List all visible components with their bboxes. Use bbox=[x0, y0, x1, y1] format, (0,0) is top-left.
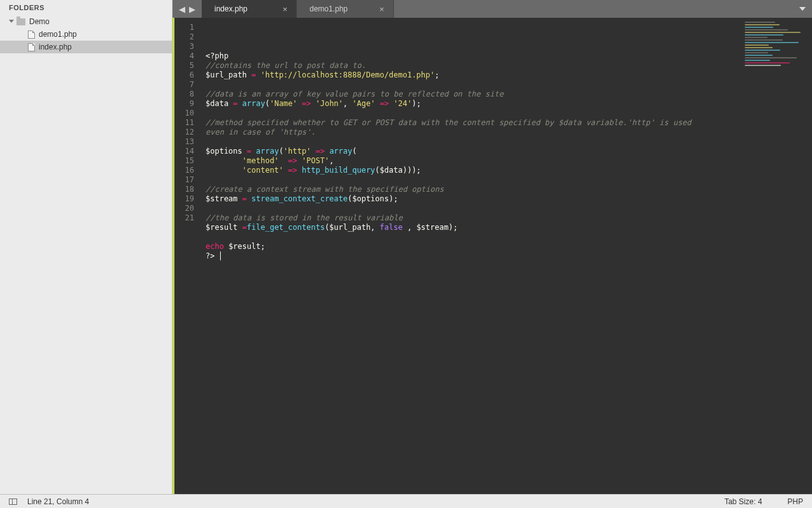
code-line: //create a context stream with the speci… bbox=[206, 185, 812, 194]
nav-forward-button[interactable]: ▶ bbox=[189, 4, 195, 14]
file-icon bbox=[28, 30, 35, 39]
chevron-down-icon bbox=[799, 7, 806, 11]
code-line bbox=[206, 137, 812, 147]
nav-back-button[interactable]: ◀ bbox=[179, 4, 185, 14]
code-line bbox=[206, 204, 812, 213]
code-line: $options = array('http' => array( bbox=[206, 147, 812, 156]
sidebar: FOLDERS Demo demo1.phpindex.php bbox=[0, 0, 173, 494]
code-line: $result =file_get_contents($url_path, fa… bbox=[206, 223, 812, 232]
sidebar-header: FOLDERS bbox=[0, 0, 172, 14]
tab-label: index.php bbox=[214, 4, 247, 13]
folder-icon bbox=[16, 18, 25, 25]
minimap[interactable] bbox=[745, 22, 808, 79]
line-gutter: 123456789101112131415161718192021 bbox=[173, 18, 199, 494]
code-line: $data = array('Name' => 'John', 'Age' =>… bbox=[206, 99, 812, 109]
tab[interactable]: index.php× bbox=[202, 0, 297, 18]
caret bbox=[220, 251, 221, 260]
code-line: 'method' => 'POST', bbox=[206, 156, 812, 166]
code-line: //contains the url to post data to. bbox=[206, 61, 812, 70]
code-line: 'content' => http_build_query($data))); bbox=[206, 166, 812, 175]
status-language[interactable]: PHP bbox=[787, 497, 803, 506]
tab[interactable]: demo1.php× bbox=[297, 0, 394, 18]
code-line: //the data is stored in the result varia… bbox=[206, 213, 812, 223]
code-line bbox=[206, 175, 812, 185]
folder-tree: Demo demo1.phpindex.php bbox=[0, 14, 172, 53]
code-line: ?> bbox=[206, 251, 812, 261]
code-line bbox=[206, 109, 812, 118]
tree-file[interactable]: demo1.php bbox=[0, 28, 172, 41]
code-line: $url_path = 'http://localhost:8888/Demo/… bbox=[206, 70, 812, 80]
tab-label: demo1.php bbox=[310, 4, 348, 13]
code-line: $stream = stream_context_create($options… bbox=[206, 194, 812, 204]
status-bar: Line 21, Column 4 Tab Size: 4 PHP bbox=[0, 494, 812, 508]
code-area[interactable]: <?php//contains the url to post data to.… bbox=[199, 18, 812, 494]
tab-bar: ◀ ▶ index.php×demo1.php× bbox=[173, 0, 812, 18]
folder-label: Demo bbox=[29, 17, 49, 26]
code-line: <?php bbox=[206, 51, 812, 61]
tree-folder-demo[interactable]: Demo bbox=[0, 15, 172, 28]
tab-menu-button[interactable] bbox=[793, 0, 812, 18]
editor-body[interactable]: 123456789101112131415161718192021 <?php/… bbox=[173, 18, 812, 494]
file-label: index.php bbox=[39, 43, 72, 51]
status-position[interactable]: Line 21, Column 4 bbox=[27, 497, 89, 506]
code-line: echo $result; bbox=[206, 242, 812, 251]
chevron-down-icon bbox=[9, 20, 14, 23]
close-icon[interactable]: × bbox=[379, 4, 384, 14]
close-icon[interactable]: × bbox=[282, 4, 287, 14]
panel-icon[interactable] bbox=[9, 498, 17, 505]
editor: ◀ ▶ index.php×demo1.php× 123456789101112… bbox=[173, 0, 812, 494]
code-line: //method specified whether to GET or POS… bbox=[206, 118, 713, 137]
status-tab-size[interactable]: Tab Size: 4 bbox=[724, 497, 762, 506]
code-line: //data is an array of key value pairs to… bbox=[206, 90, 812, 99]
code-line bbox=[206, 80, 812, 90]
file-label: demo1.php bbox=[39, 30, 77, 39]
code-line bbox=[206, 232, 812, 242]
file-icon bbox=[28, 43, 35, 51]
tree-file[interactable]: index.php bbox=[0, 41, 172, 53]
